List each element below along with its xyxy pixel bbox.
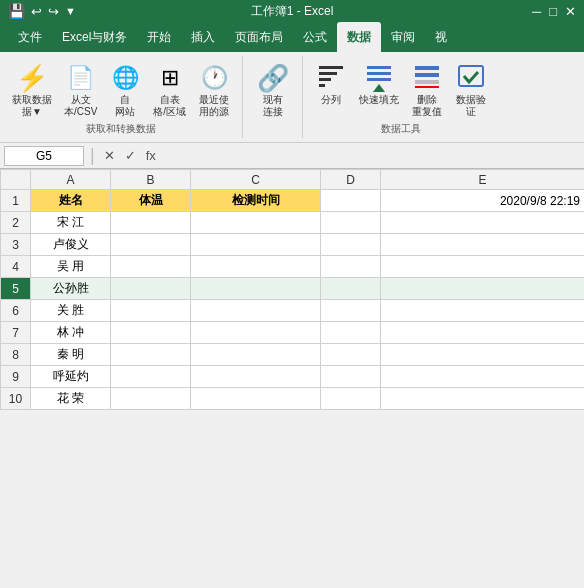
cell-D9[interactable] (321, 366, 381, 388)
cell-A1[interactable]: 姓名 (31, 190, 111, 212)
cell-B5[interactable] (111, 278, 191, 300)
cell-C4[interactable] (191, 256, 321, 278)
tab-view[interactable]: 视 (425, 22, 457, 52)
tab-review[interactable]: 审阅 (381, 22, 425, 52)
cell-C6[interactable] (191, 300, 321, 322)
col-header-E[interactable]: E (381, 170, 585, 190)
window-controls: ─ □ ✕ (532, 4, 576, 19)
existing-connections-button[interactable]: 🔗 现有连接 (253, 60, 293, 120)
cell-E1[interactable]: 2020/9/8 22:19 (381, 190, 585, 212)
more-icon[interactable]: ▼ (65, 5, 76, 17)
row-header-2[interactable]: 2 (1, 212, 31, 234)
redo-icon[interactable]: ↪ (48, 4, 59, 19)
cell-A8[interactable]: 秦 明 (31, 344, 111, 366)
cell-A5[interactable]: 公孙胜 (31, 278, 111, 300)
cell-C7[interactable] (191, 322, 321, 344)
cell-D5[interactable] (321, 278, 381, 300)
col-header-D[interactable]: D (321, 170, 381, 190)
cell-E10[interactable] (381, 388, 585, 410)
cell-B6[interactable] (111, 300, 191, 322)
tab-excel-finance[interactable]: Excel与财务 (52, 22, 137, 52)
row-header-5[interactable]: 5 (1, 278, 31, 300)
cell-E3[interactable] (381, 234, 585, 256)
get-data-button[interactable]: ⚡ 获取数据据▼ (8, 60, 56, 120)
tab-file[interactable]: 文件 (8, 22, 52, 52)
recent-sources-button[interactable]: 🕐 最近使用的源 (194, 60, 234, 120)
row-header-1[interactable]: 1 (1, 190, 31, 212)
tab-formulas[interactable]: 公式 (293, 22, 337, 52)
maximize-icon[interactable]: □ (549, 4, 557, 19)
cell-A9[interactable]: 呼延灼 (31, 366, 111, 388)
cell-E4[interactable] (381, 256, 585, 278)
row-header-6[interactable]: 6 (1, 300, 31, 322)
row-header-3[interactable]: 3 (1, 234, 31, 256)
cell-A2[interactable]: 宋 江 (31, 212, 111, 234)
cell-E9[interactable] (381, 366, 585, 388)
cell-C3[interactable] (191, 234, 321, 256)
cell-B8[interactable] (111, 344, 191, 366)
cell-A10[interactable]: 花 荣 (31, 388, 111, 410)
tab-data[interactable]: 数据 (337, 22, 381, 52)
cell-E6[interactable] (381, 300, 585, 322)
col-header-C[interactable]: C (191, 170, 321, 190)
cell-A6[interactable]: 关 胜 (31, 300, 111, 322)
data-validation-button[interactable]: 数据验证 (451, 60, 491, 120)
minimize-icon[interactable]: ─ (532, 4, 541, 19)
from-text-csv-icon: 📄 (65, 62, 97, 94)
tab-insert[interactable]: 插入 (181, 22, 225, 52)
cell-B9[interactable] (111, 366, 191, 388)
cell-E7[interactable] (381, 322, 585, 344)
cell-A7[interactable]: 林 冲 (31, 322, 111, 344)
cell-B7[interactable] (111, 322, 191, 344)
from-text-csv-button[interactable]: 📄 从文本/CSV (60, 60, 101, 120)
cell-D7[interactable] (321, 322, 381, 344)
col-header-A[interactable]: A (31, 170, 111, 190)
sort-button[interactable]: 分列 (311, 60, 351, 108)
save-icon[interactable]: 💾 (8, 3, 25, 19)
cell-A4[interactable]: 吴 用 (31, 256, 111, 278)
cell-B2[interactable] (111, 212, 191, 234)
row-header-4[interactable]: 4 (1, 256, 31, 278)
formula-input[interactable] (163, 149, 580, 163)
tab-home[interactable]: 开始 (137, 22, 181, 52)
cell-C9[interactable] (191, 366, 321, 388)
row-header-9[interactable]: 9 (1, 366, 31, 388)
from-web-button[interactable]: 🌐 自网站 (105, 60, 145, 120)
cell-E2[interactable] (381, 212, 585, 234)
row-header-10[interactable]: 10 (1, 388, 31, 410)
cancel-formula-icon[interactable]: ✕ (101, 147, 118, 164)
cell-B3[interactable] (111, 234, 191, 256)
cell-B1[interactable]: 体温 (111, 190, 191, 212)
remove-duplicates-button[interactable]: 删除重复值 (407, 60, 447, 120)
cell-B4[interactable] (111, 256, 191, 278)
cell-D3[interactable] (321, 234, 381, 256)
table-row: 5公孙胜 (1, 278, 585, 300)
cell-A3[interactable]: 卢俊义 (31, 234, 111, 256)
insert-function-icon[interactable]: fx (143, 147, 159, 164)
cell-C8[interactable] (191, 344, 321, 366)
tab-page-layout[interactable]: 页面布局 (225, 22, 293, 52)
cell-D6[interactable] (321, 300, 381, 322)
row-header-7[interactable]: 7 (1, 322, 31, 344)
table-row: 4吴 用 (1, 256, 585, 278)
cell-C10[interactable] (191, 388, 321, 410)
name-box[interactable] (4, 146, 84, 166)
flash-fill-button[interactable]: 快速填充 (355, 60, 403, 108)
cell-D4[interactable] (321, 256, 381, 278)
row-header-8[interactable]: 8 (1, 344, 31, 366)
from-table-button[interactable]: ⊞ 自表格/区域 (149, 60, 190, 120)
cell-D8[interactable] (321, 344, 381, 366)
cell-D1[interactable] (321, 190, 381, 212)
cell-D10[interactable] (321, 388, 381, 410)
cell-C2[interactable] (191, 212, 321, 234)
cell-C5[interactable] (191, 278, 321, 300)
cell-E5[interactable] (381, 278, 585, 300)
confirm-formula-icon[interactable]: ✓ (122, 147, 139, 164)
undo-icon[interactable]: ↩ (31, 4, 42, 19)
close-icon[interactable]: ✕ (565, 4, 576, 19)
cell-E8[interactable] (381, 344, 585, 366)
cell-B10[interactable] (111, 388, 191, 410)
col-header-B[interactable]: B (111, 170, 191, 190)
cell-D2[interactable] (321, 212, 381, 234)
cell-C1[interactable]: 检测时间 (191, 190, 321, 212)
